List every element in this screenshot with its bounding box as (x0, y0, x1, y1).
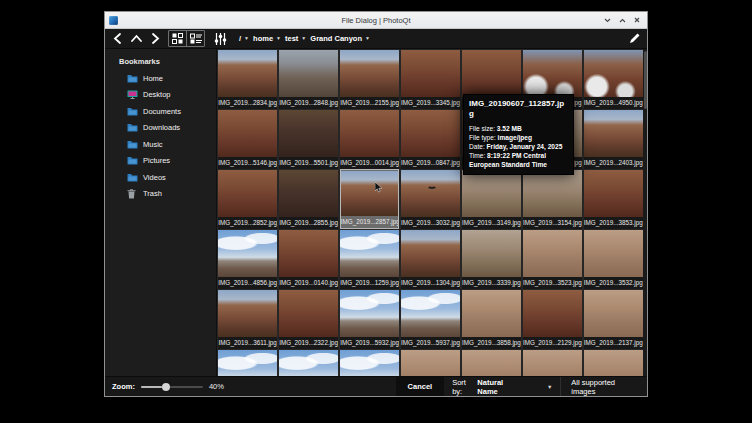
thumbnail-image (279, 290, 338, 337)
thumbnail-cell[interactable]: IMG_2019...2848.jpg (279, 49, 338, 109)
sidebar-item-documents[interactable]: Documents (105, 103, 216, 120)
zoom-slider-handle[interactable] (162, 383, 170, 391)
thumbnail-cell[interactable]: IMG_2019...5146.jpg (218, 109, 277, 169)
thumbnail-cell[interactable]: IMG_2019...2155.jpg (340, 49, 399, 109)
thumbnail-cell[interactable]: IMG_2019...2857.jpg (340, 169, 399, 229)
thumbnail-filename: IMG_2019...3339.jpg (462, 277, 521, 289)
thumbnail-image (218, 50, 277, 97)
sidebar-item-music[interactable]: Music (105, 136, 216, 153)
thumbnail-cell[interactable] (462, 349, 521, 376)
thumbnail-cell[interactable]: IMG_2019...3532.jpg (584, 229, 643, 289)
thumbnail-cell[interactable]: IMG_2019...3523.jpg (523, 229, 582, 289)
thumbnail-cell[interactable]: IMG_2019...5937.jpg (401, 289, 460, 349)
breadcrumb-segment-grand-canyon[interactable]: Grand Canyon▼ (310, 34, 370, 43)
thumbnail-cell[interactable]: IMG_2019...2852.jpg (218, 169, 277, 229)
sidebar-item-home[interactable]: Home (105, 70, 216, 87)
breadcrumb-label: Grand Canyon (310, 34, 362, 43)
chevron-down-icon[interactable]: ▼ (244, 36, 249, 41)
mouse-cursor-icon (375, 179, 383, 197)
scrollbar[interactable] (643, 49, 647, 376)
file-info-tooltip: IMG_20190607_112857.jpg File size: 3.52 … (463, 94, 574, 175)
thumbnail-image (401, 230, 460, 277)
thumbnail-cell[interactable]: IMG_2019...3858.jpg (462, 289, 521, 349)
thumbnail-cell[interactable] (523, 349, 582, 376)
thumbnail-cell[interactable]: IMG_2019...0014.jpg (340, 109, 399, 169)
thumbnail-filename: IMG_2019...5501.jpg (279, 157, 338, 169)
sort-dropdown[interactable]: Sort by: Natural Name ▼ (444, 377, 560, 396)
file-filter-button[interactable]: All supported images (561, 377, 647, 396)
tooltip-detail-value: 3.52 MB (497, 125, 522, 132)
thumbnail-cell[interactable]: IMG_2019...2129.jpg (523, 289, 582, 349)
thumbnail-cell[interactable]: IMG_2019...1259.jpg (340, 229, 399, 289)
chevron-down-icon[interactable]: ▼ (365, 36, 370, 41)
sidebar-item-pictures[interactable]: Pictures (105, 153, 216, 170)
thumbnail-cell[interactable]: IMG_2019...2322.jpg (279, 289, 338, 349)
filter-settings-button[interactable] (214, 31, 227, 46)
thumbnail-cell[interactable]: IMG_2019...2855.jpg (279, 169, 338, 229)
desktop-icon (127, 90, 138, 100)
back-button[interactable] (111, 31, 124, 46)
breadcrumb-label: / (239, 34, 241, 43)
breadcrumb-segment-[interactable]: /▼ (239, 34, 249, 43)
cancel-button[interactable]: Cancel (396, 377, 445, 396)
file-filter-label: All supported images (571, 378, 633, 396)
thumbnail-cell[interactable]: IMG_2019...5932.jpg (340, 289, 399, 349)
thumbnail-filename: IMG_2019...3853.jpg (584, 217, 643, 229)
sidebar-item-trash[interactable]: Trash (105, 186, 216, 203)
grid-view-button[interactable] (169, 31, 187, 46)
window-title: File Dialog | PhotoQt (105, 16, 647, 25)
file-dialog-window: File Dialog | PhotoQt (104, 11, 648, 397)
thumbnail-cell[interactable]: IMG_2019...3154.jpg (523, 169, 582, 229)
thumbnail-cell[interactable]: IMG_2019...4856.jpg (218, 229, 277, 289)
thumbnail-cell[interactable]: IMG_2019...3345.jpg (401, 49, 460, 109)
thumbnail-cell[interactable] (279, 349, 338, 376)
list-view-button[interactable] (187, 31, 204, 46)
thumbnail-cell[interactable]: IMG_2019...3149.jpg (462, 169, 521, 229)
thumbnail-cell[interactable] (584, 349, 643, 376)
zoom-slider[interactable] (141, 386, 203, 388)
sidebar-item-label: Downloads (143, 123, 180, 132)
thumbnail-filename: IMG_2019...2857.jpg (341, 216, 398, 228)
thumbnail-image (462, 350, 521, 376)
thumbnail-cell[interactable] (340, 349, 399, 376)
thumbnail-image (584, 110, 643, 157)
thumbnail-cell[interactable]: IMG_2019...1304.jpg (401, 229, 460, 289)
downloads-folder-icon (127, 123, 138, 133)
tooltip-detail-label: Date: (469, 143, 487, 150)
trash-icon (127, 189, 138, 199)
breadcrumb-segment-home[interactable]: home▼ (253, 34, 281, 43)
thumbnail-cell[interactable]: IMG_2019...4950.jpg (584, 49, 643, 109)
thumbnail-cell[interactable] (218, 349, 277, 376)
thumbnail-image (218, 170, 277, 217)
scrollbar-thumb[interactable] (644, 51, 647, 109)
chevron-down-icon: ▼ (547, 384, 552, 390)
thumbnail-cell[interactable]: IMG_2019...2403.jpg (584, 109, 643, 169)
thumbnail-cell[interactable]: IMG_2019...5501.jpg (279, 109, 338, 169)
sidebar-item-downloads[interactable]: Downloads (105, 120, 216, 137)
thumbnail-cell[interactable]: IMG_2019...3339.jpg (462, 229, 521, 289)
chevron-down-icon[interactable]: ▼ (301, 36, 306, 41)
breadcrumb-label: home (253, 34, 273, 43)
thumbnail-cell[interactable]: IMG_2019...0140.jpg (279, 229, 338, 289)
sidebar-item-videos[interactable]: Videos (105, 169, 216, 186)
thumbnail-filename: IMG_2019...5146.jpg (218, 157, 277, 169)
thumbnail-cell[interactable]: IMG_2019...2137.jpg (584, 289, 643, 349)
thumbnail-image (340, 350, 399, 376)
zoom-control: Zoom: 40% (105, 377, 293, 396)
chevron-down-icon[interactable]: ▼ (276, 36, 281, 41)
thumbnail-image (401, 290, 460, 337)
forward-button[interactable] (149, 31, 162, 46)
thumbnail-cell[interactable]: IMG_2019...2834.jpg (218, 49, 277, 109)
thumbnail-cell[interactable] (401, 349, 460, 376)
tooltip-detail-row: File type: image/jpeg (469, 134, 568, 143)
thumbnail-image (279, 170, 338, 217)
breadcrumb-segment-test[interactable]: test▼ (285, 34, 306, 43)
thumbnail-cell[interactable]: IMG_2019...0847.jpg (401, 109, 460, 169)
thumbnail-filename: IMG_2019...2322.jpg (279, 337, 338, 349)
edit-path-button[interactable] (628, 31, 641, 46)
up-button[interactable] (130, 31, 143, 46)
thumbnail-cell[interactable]: IMG_2019...3611.jpg (218, 289, 277, 349)
sidebar-item-desktop[interactable]: Desktop (105, 87, 216, 104)
thumbnail-cell[interactable]: IMG_2019...3853.jpg (584, 169, 643, 229)
thumbnail-grid: IMG_2019...2834.jpgIMG_2019...2848.jpgIM… (218, 49, 643, 376)
